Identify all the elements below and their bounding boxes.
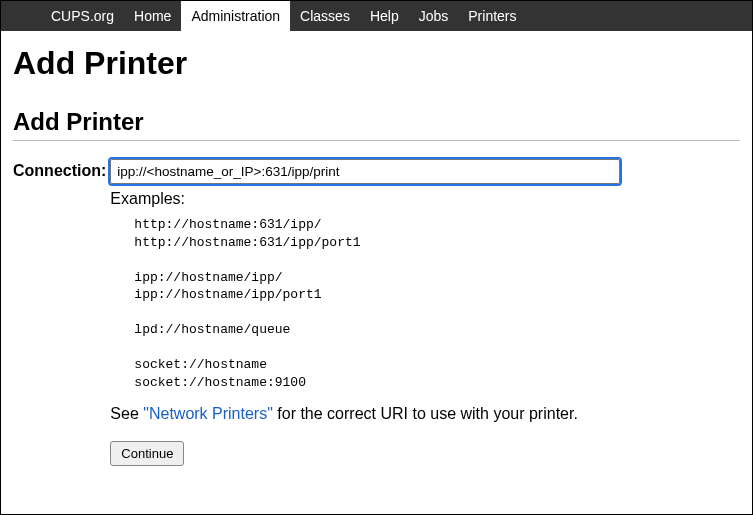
navbar: CUPS.org Home Administration Classes Hel… [1,1,752,31]
see-suffix: for the correct URI to use with your pri… [273,405,578,422]
network-printers-link[interactable]: "Network Printers" [143,405,273,422]
connection-row: Connection: Examples: http://hostname:63… [13,159,740,466]
see-prefix: See [110,405,143,422]
examples-block: http://hostname:631/ipp/ http://hostname… [134,216,640,391]
section-title: Add Printer [13,108,740,136]
nav-classes[interactable]: Classes [290,1,360,31]
page-title: Add Printer [13,45,740,82]
nav-cups-org[interactable]: CUPS.org [41,1,124,31]
examples-label: Examples: [110,190,640,208]
nav-help[interactable]: Help [360,1,409,31]
nav-printers[interactable]: Printers [458,1,526,31]
connection-label: Connection: [13,159,110,180]
continue-button[interactable]: Continue [110,441,184,466]
see-line: See "Network Printers" for the correct U… [110,405,640,423]
nav-administration[interactable]: Administration [181,1,290,31]
nav-home[interactable]: Home [124,1,181,31]
page-content: Add Printer Add Printer Connection: Exam… [1,31,752,474]
connection-input[interactable] [110,159,620,184]
divider [13,140,740,141]
connection-right-col: Examples: http://hostname:631/ipp/ http:… [110,159,740,466]
nav-jobs[interactable]: Jobs [409,1,459,31]
